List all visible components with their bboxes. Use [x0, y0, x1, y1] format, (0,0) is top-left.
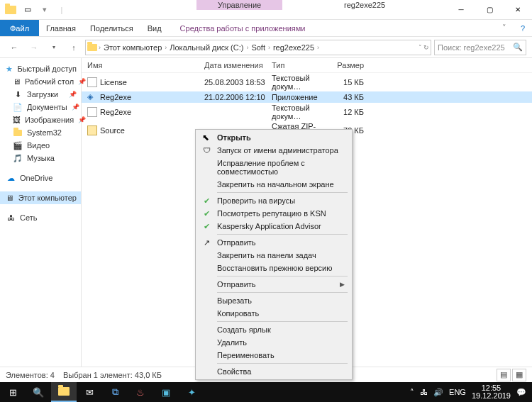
textfile-icon — [87, 77, 97, 87]
qat-properties-icon[interactable]: ▭ — [20, 2, 35, 18]
pc-icon — [87, 43, 97, 52]
taskbar-mail[interactable]: ✉ — [77, 382, 102, 402]
history-dropdown-icon[interactable]: ▾ — [45, 39, 62, 56]
menu-ksn[interactable]: ✔Посмотреть репутацию в KSN — [197, 207, 350, 220]
menu-create-shortcut[interactable]: Создать ярлык — [197, 323, 350, 336]
nav-desktop[interactable]: 🖥Рабочий стол📌 — [0, 75, 81, 88]
ribbon-tab-home[interactable]: Главная — [39, 20, 83, 36]
file-name: License — [100, 78, 127, 86]
menu-pin-taskbar[interactable]: Закрепить на панели задач — [197, 249, 350, 262]
chevron-right-icon[interactable]: › — [268, 44, 270, 51]
ribbon-file-tab[interactable]: Файл — [0, 20, 39, 36]
file-row[interactable]: License 25.08.2003 18:53 Текстовый докум… — [82, 73, 532, 91]
nav-quick-access[interactable]: ★Быстрый доступ — [0, 62, 81, 75]
tray-language[interactable]: ENG — [449, 388, 466, 396]
menu-open[interactable]: Открыть — [197, 131, 350, 144]
refresh-icon[interactable]: ↻ — [423, 44, 429, 51]
minimize-button[interactable]: ─ — [447, 0, 475, 19]
nav-system32[interactable]: System32 — [0, 126, 81, 139]
qat-dropdown-icon[interactable]: ▾ — [37, 2, 52, 18]
menu-properties[interactable]: Свойства — [197, 365, 350, 378]
menu-send-to[interactable]: Отправить▶ — [197, 278, 350, 291]
search-placeholder: Поиск: reg2exe225 — [438, 43, 505, 52]
tray-notifications-icon[interactable]: 💬 — [516, 388, 526, 397]
nav-network[interactable]: 🖧Сеть — [0, 211, 81, 224]
chevron-right-icon[interactable]: › — [99, 44, 101, 51]
ribbon-tab-apptools[interactable]: Средства работы с приложениями — [173, 20, 313, 36]
tray-volume-icon[interactable]: 🔊 — [433, 388, 443, 397]
menu-rename[interactable]: Переименовать — [197, 349, 350, 362]
taskbar-app1[interactable]: ♨ — [128, 382, 153, 402]
ribbon-expand-icon[interactable]: ˅ — [495, 20, 514, 36]
tray-chevron-icon[interactable]: ˄ — [410, 388, 414, 397]
crumb-drive[interactable]: Локальный диск (C:) — [168, 43, 245, 52]
menu-cut[interactable]: Вырезать — [197, 294, 350, 307]
nav-downloads[interactable]: ⬇Загрузки📌 — [0, 88, 81, 101]
ribbon-help-icon[interactable]: ? — [514, 20, 532, 36]
back-button[interactable]: ← — [6, 39, 23, 56]
taskbar-app2[interactable]: ▣ — [153, 382, 179, 402]
shield-icon: 🛡 — [201, 146, 212, 155]
menu-pin-start[interactable]: Закрепить на начальном экране — [197, 178, 350, 191]
menu-copy[interactable]: Копировать — [197, 307, 350, 320]
menu-kav-advisor[interactable]: ✔Kaspersky Application Advisor — [197, 220, 350, 233]
network-icon: 🖧 — [6, 213, 16, 223]
nav-item-label: Документы — [27, 103, 67, 111]
taskbar-app3[interactable]: ✦ — [179, 382, 204, 402]
nav-music[interactable]: 🎵Музыка — [0, 152, 81, 164]
pin-icon: 📌 — [69, 91, 77, 98]
nav-item-label: System32 — [27, 128, 62, 137]
chevron-right-icon[interactable]: › — [165, 44, 167, 51]
col-size[interactable]: Размер — [328, 61, 364, 69]
start-button[interactable]: ⊞ — [0, 382, 26, 402]
taskbar-powershell[interactable]: ⧉ — [102, 382, 128, 402]
crumb-folder[interactable]: reg2exe225 — [272, 43, 316, 52]
column-headers[interactable]: Имя Дата изменения Тип Размер — [82, 58, 532, 73]
close-button[interactable]: ✕ — [504, 0, 532, 19]
nav-pane: ★Быстрый доступ 🖥Рабочий стол📌 ⬇Загрузки… — [0, 58, 82, 370]
ribbon-context-title: Управление — [196, 0, 282, 10]
col-type[interactable]: Тип — [272, 61, 328, 69]
window-title: reg2exe225 — [282, 0, 447, 10]
menu-scan-virus[interactable]: ✔Проверить на вирусы — [197, 194, 350, 207]
menu-run-as-admin[interactable]: 🛡Запуск от имени администратора — [197, 144, 350, 157]
menu-restore-previous[interactable]: Восстановить прежнюю версию — [197, 262, 350, 274]
forward-button[interactable]: → — [26, 39, 43, 56]
search-input[interactable]: Поиск: reg2exe225 🔍 — [434, 40, 526, 55]
menu-delete[interactable]: Удалить — [197, 336, 350, 349]
chevron-right-icon[interactable]: › — [246, 44, 248, 51]
menu-share[interactable]: ↗Отправить — [197, 236, 350, 249]
taskbar-search-button[interactable]: 🔍 — [26, 382, 51, 402]
file-row[interactable]: ◈Reg2exe 21.02.2006 12:10 Приложение 43 … — [82, 91, 532, 103]
nav-item-label: OneDrive — [20, 174, 52, 182]
nav-documents[interactable]: 📄Документы📌 — [0, 101, 81, 113]
nav-this-pc[interactable]: 🖥Этот компьютер — [0, 191, 81, 204]
view-details-button[interactable]: ▤ — [497, 369, 511, 381]
tray-network-icon[interactable]: 🖧 — [420, 388, 428, 396]
chevron-right-icon[interactable]: › — [317, 44, 319, 51]
view-icons-button[interactable]: ▦ — [512, 369, 526, 381]
nav-pictures[interactable]: 🖼Изображения📌 — [0, 113, 81, 126]
crumb-thispc[interactable]: Этот компьютер — [102, 43, 163, 52]
ribbon-tab-share[interactable]: Поделиться — [83, 20, 140, 36]
ribbon-tab-view[interactable]: Вид — [140, 20, 169, 36]
file-row[interactable]: Reg2exe Текстовый докум… 12 КБ — [82, 103, 532, 121]
menu-label: Закрепить на начальном экране — [217, 180, 334, 189]
crumb-soft[interactable]: Soft — [250, 43, 267, 52]
search-icon[interactable]: 🔍 — [513, 43, 523, 52]
maximize-button[interactable]: ▢ — [475, 0, 504, 19]
tray-clock[interactable]: 12:55 19.12.2019 — [472, 384, 511, 400]
pin-icon: 📌 — [72, 104, 79, 111]
file-type: Приложение — [272, 93, 328, 101]
nav-onedrive[interactable]: ☁OneDrive — [0, 172, 81, 184]
address-dropdown-icon[interactable]: ˅ — [419, 44, 422, 51]
taskbar-explorer[interactable] — [51, 382, 77, 402]
col-name[interactable]: Имя — [87, 61, 204, 69]
breadcrumb[interactable]: › Этот компьютер › Локальный диск (C:) ›… — [85, 40, 431, 55]
up-button[interactable]: ↑ — [65, 39, 82, 56]
file-name: Reg2exe — [100, 93, 131, 101]
menu-compatibility[interactable]: Исправление проблем с совместимостью — [197, 157, 350, 178]
onedrive-icon: ☁ — [6, 173, 16, 183]
col-date[interactable]: Дата изменения — [204, 61, 272, 69]
nav-videos[interactable]: 🎬Видео — [0, 139, 81, 152]
